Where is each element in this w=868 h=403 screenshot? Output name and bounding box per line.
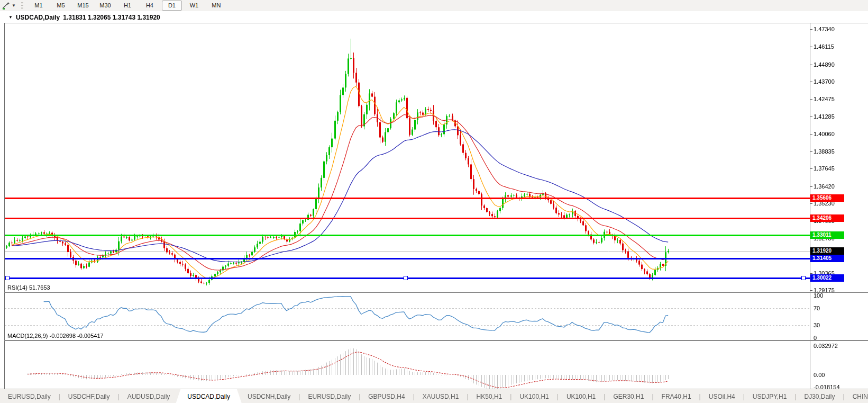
price-chart-canvas[interactable] <box>5 23 810 292</box>
chart-tab-usdjpy-h1[interactable]: USDJPY,H1 <box>745 389 794 403</box>
chart-tab-bar: EURUSD,Daily|USDCHF,Daily|AUDUSD,DailyUS… <box>0 389 868 403</box>
main-rsi-separator[interactable] <box>4 292 868 293</box>
macd-panel-canvas[interactable] <box>5 342 810 391</box>
timeframe-button-h1[interactable]: H1 <box>117 1 138 11</box>
price-badge-1.31920: 1.31920 <box>810 247 844 255</box>
price-tick-label: 1.47340 <box>814 26 835 32</box>
symbol-collapse-caret-icon[interactable]: ▼ <box>8 15 13 20</box>
chart-title: ▼ USDCAD,Daily 1.31831 1.32065 1.31743 1… <box>8 14 160 21</box>
chart-tab-hk50-h1[interactable]: HK50,H1 <box>469 389 510 403</box>
chart-symbol-label: USDCAD,Daily <box>16 14 60 21</box>
rsi-scale-label: 70 <box>814 305 820 311</box>
chart-tab-usdchf-daily[interactable]: USDCHF,Daily <box>60 389 118 403</box>
price-tick-label: 1.35230 <box>814 200 835 207</box>
timeframe-button-m15[interactable]: M15 <box>73 1 93 11</box>
price-tick-label: 1.46115 <box>814 43 834 50</box>
chart-tab-xauusd-h1[interactable]: XAUUSD,H1 <box>415 389 467 403</box>
price-tick-label: 1.38835 <box>814 148 835 155</box>
chart-tab-usdcnh-daily[interactable]: USDCNH,Daily <box>240 389 298 403</box>
price-tick-label: 1.40060 <box>814 131 835 137</box>
price-tick-label: 1.43700 <box>814 78 835 85</box>
price-tick-label: 1.32780 <box>814 235 835 241</box>
chart-tab-usoil-h4[interactable]: USOil,H4 <box>701 389 743 403</box>
timeframe-button-w1[interactable]: W1 <box>184 1 204 11</box>
chart-top-border <box>4 23 868 23</box>
price-tick-label: 1.41285 <box>814 113 835 120</box>
price-badge-1.31405: 1.31405 <box>810 255 844 262</box>
timeframe-button-h4[interactable]: H4 <box>140 1 160 11</box>
chart-tab-china300-h1[interactable]: CHINA300,H1 <box>845 389 868 403</box>
chart-tab-uk100-h1[interactable]: UK100,H1 <box>559 389 604 403</box>
chart-tab-usdcad-daily[interactable]: USDCAD,Daily <box>176 389 242 403</box>
price-badge-1.33011: 1.33011 <box>810 231 844 239</box>
tool-dropdown-caret-icon[interactable]: ▼ <box>12 3 16 8</box>
chart-tab-ger30-h1[interactable]: GER30,H1 <box>605 389 652 403</box>
chart-tab-eurusd-daily[interactable]: EURUSD,Daily <box>300 389 359 403</box>
price-axis-border <box>810 23 810 391</box>
macd-scale-label: 0.032972 <box>814 343 838 349</box>
rsi-panel-canvas[interactable] <box>5 293 810 340</box>
mt4-terminal: ▼ M1M5M15M30H1H4D1W1MN ▼ USDCAD,Daily 1.… <box>0 0 868 403</box>
price-tick-label: 1.34005 <box>814 218 835 224</box>
toolbar-grip <box>21 2 23 10</box>
chart-tab-eurusd-daily[interactable]: EURUSD,Daily <box>0 389 59 403</box>
chart-left-border <box>4 23 5 400</box>
price-tick-label: 1.36420 <box>814 183 835 190</box>
timeframe-buttons: M1M5M15M30H1H4D1W1MN <box>28 1 227 11</box>
price-tick-label: 1.30365 <box>814 270 835 276</box>
chart-tab-gbpusd-h4[interactable]: GBPUSD,H4 <box>360 389 413 403</box>
timeframe-button-m5[interactable]: M5 <box>51 1 71 11</box>
timeframe-button-mn[interactable]: MN <box>206 1 226 11</box>
rsi-scale-label: 30 <box>814 322 820 328</box>
chart-tab-uk100-h1[interactable]: UK100,H1 <box>511 389 556 403</box>
chart-tab-fra40-h1[interactable]: FRA40,H1 <box>654 389 699 403</box>
timeframe-toolbar: ▼ M1M5M15M30H1H4D1W1MN <box>0 0 868 12</box>
price-tick-label: 1.37645 <box>814 165 835 172</box>
price-badge-1.34206: 1.34206 <box>810 214 844 222</box>
chart-tab-audusd-daily[interactable]: AUDUSD,Daily <box>120 389 178 403</box>
chart-tab-dj30-daily[interactable]: DJ30,Daily <box>796 389 843 403</box>
timeframe-button-m1[interactable]: M1 <box>29 1 49 11</box>
price-badge-1.35606: 1.35606 <box>810 194 844 202</box>
rsi-indicator-label: RSI(14) 51.7653 <box>7 284 50 291</box>
crosshair-tool-icon[interactable] <box>1 2 11 10</box>
rsi-macd-separator[interactable] <box>4 340 868 341</box>
price-badge-1.30022: 1.30022 <box>810 274 844 282</box>
price-tick-label: 1.42475 <box>814 96 835 102</box>
price-tick-label: 1.44890 <box>814 61 835 68</box>
chart-window: ▼ USDCAD,Daily 1.31831 1.32065 1.31743 1… <box>0 11 868 389</box>
rsi-scale-label: 100 <box>814 292 823 299</box>
chart-ohlc-values: 1.31831 1.32065 1.31743 1.31920 <box>63 14 160 21</box>
macd-scale-label: 0.00 <box>814 372 825 378</box>
macd-indicator-label: MACD(12,26,9) -0.002698 -0.005417 <box>7 333 104 339</box>
timeframe-button-d1[interactable]: D1 <box>162 1 182 11</box>
timeframe-button-m30[interactable]: M30 <box>95 1 115 11</box>
